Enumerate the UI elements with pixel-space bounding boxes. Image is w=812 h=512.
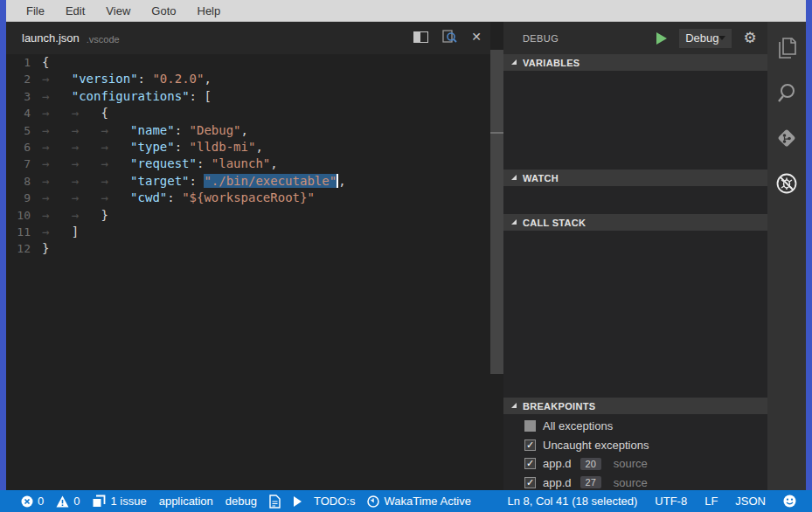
section-breakpoints[interactable]: BREAKPOINTS [503, 398, 767, 414]
activity-search-icon[interactable] [767, 73, 806, 112]
code-line: 4→→{ [6, 105, 490, 121]
todo-status[interactable]: TODO:s [314, 495, 355, 508]
feedback-smiley-icon[interactable] [783, 495, 796, 508]
tab-filename[interactable]: launch.json [22, 31, 80, 45]
activity-explorer-icon[interactable] [767, 29, 806, 67]
section-watch[interactable]: WATCH [503, 170, 767, 186]
run-task-icon[interactable] [293, 496, 302, 507]
start-debug-icon[interactable] [656, 32, 667, 45]
code-token: , [204, 72, 211, 86]
code-token: , [241, 123, 248, 137]
menu-view[interactable]: View [106, 4, 130, 17]
checkbox-checked[interactable]: ✓ [524, 439, 536, 451]
tab-whitespace: → [42, 207, 72, 224]
menu-help[interactable]: Help [198, 4, 221, 17]
code-token: : [175, 123, 190, 137]
editor[interactable]: 1{2→"version": "0.2.0",3→"configurations… [6, 54, 490, 490]
configure-gear-icon[interactable]: ⚙ [743, 29, 756, 47]
section-variables[interactable]: VARIABLES [503, 54, 767, 71]
twisty-icon [511, 59, 517, 65]
eol-indicator[interactable]: LF [704, 495, 718, 508]
activity-debug-icon[interactable] [767, 164, 806, 203]
breakpoint-row[interactable]: All exceptions [503, 417, 767, 435]
code-line: 1{ [6, 54, 490, 71]
code-token: "request" [130, 156, 197, 170]
code-line: 7→→→"request": "launch", [6, 156, 490, 172]
section-call-stack[interactable]: CALL STACK [503, 214, 767, 231]
code-line: 2→"version": "0.2.0", [6, 71, 490, 87]
line-number: 2 [6, 71, 42, 87]
checkbox-unchecked[interactable] [524, 420, 536, 432]
language-mode[interactable]: JSON [735, 495, 766, 508]
line-badge: 20 [580, 458, 601, 470]
debug-panel-title: DEBUG [523, 33, 559, 44]
code-line: 9→→→"cwd": "${workspaceRoot}" [6, 190, 490, 206]
twisty-icon [511, 403, 517, 408]
breakpoint-label: app.d [543, 457, 572, 470]
tab-whitespace: → [42, 88, 72, 105]
debug-sidebar: DEBUG Debug ⚙ VARIABLES WATCH CA [503, 22, 767, 490]
debug-config-value: Debug [685, 31, 718, 45]
tab-whitespace: → [101, 139, 130, 156]
editor-scrollbar[interactable] [490, 50, 503, 374]
issues-icon [92, 495, 106, 509]
code-line: 10→→} [6, 207, 490, 224]
debug-config-select[interactable]: Debug [679, 29, 732, 48]
menu-goto[interactable]: Goto [151, 4, 176, 17]
split-editor-icon[interactable] [413, 31, 428, 43]
line-number: 1 [6, 54, 42, 71]
checkbox-checked[interactable]: ✓ [524, 477, 536, 488]
error-status[interactable]: 0 [21, 495, 44, 508]
breakpoint-row[interactable]: ✓app.d20source [503, 454, 767, 473]
checkbox-checked[interactable]: ✓ [524, 458, 536, 469]
breakpoint-row[interactable]: ✓Uncaught exceptions [503, 436, 767, 454]
changelog-file-icon[interactable] [269, 495, 281, 509]
status-bar: 0 0 1 issue [0, 490, 812, 512]
code-token: "type" [130, 140, 175, 154]
tab-whitespace: → [72, 207, 101, 224]
line-number: 12 [6, 240, 42, 257]
twisty-icon [511, 219, 517, 225]
breakpoint-row[interactable]: ✓app.d27source [503, 474, 767, 492]
tab-whitespace: → [72, 173, 101, 190]
code-token: , [338, 174, 345, 188]
chevron-down-icon [718, 36, 725, 40]
open-preview-icon[interactable] [442, 30, 457, 44]
code-token: : [138, 72, 153, 86]
code-token: "Debug" [190, 123, 241, 137]
tab-whitespace: → [42, 224, 72, 240]
tab-whitespace: → [42, 156, 72, 172]
encoding-indicator[interactable]: UTF-8 [655, 495, 687, 508]
code-token: "name" [130, 123, 175, 137]
menu-file[interactable]: File [26, 4, 45, 17]
wakatime-status[interactable]: WakaTime Active [367, 495, 470, 508]
close-icon[interactable]: ✕ [471, 31, 482, 43]
warning-icon [56, 495, 69, 508]
window-border-right [806, 0, 812, 490]
code-token: { [101, 106, 108, 120]
tab-whitespace: → [42, 139, 72, 156]
twisty-icon [511, 175, 517, 180]
code-token: : [197, 156, 212, 170]
code-token: "version" [72, 72, 138, 86]
tab-whitespace: → [101, 190, 130, 206]
tab-whitespace: → [72, 139, 101, 156]
code-token: "launch" [212, 156, 270, 170]
editor-title-bar: launch.json .vscode ✕ [6, 22, 490, 54]
activity-source-control-icon[interactable] [767, 119, 806, 157]
debug-toolbar: DEBUG Debug ⚙ [503, 22, 767, 54]
task-application[interactable]: application [159, 495, 213, 508]
warning-status[interactable]: 0 [56, 495, 80, 508]
menu-edit[interactable]: Edit [66, 4, 85, 17]
breakpoint-label: app.d [543, 476, 572, 489]
issues-status[interactable]: 1 issue [92, 495, 146, 509]
code-token: , [255, 140, 262, 154]
breakpoint-label: All exceptions [543, 419, 613, 432]
code-token: "0.2.0" [152, 72, 204, 86]
code-token: : [ [190, 89, 212, 103]
code-token: } [101, 208, 108, 222]
cursor-position[interactable]: Ln 8, Col 41 (18 selected) [507, 495, 637, 508]
task-debug[interactable]: debug [226, 495, 257, 508]
line-number: 4 [6, 105, 42, 121]
code-line: 5→→→"name": "Debug", [6, 122, 490, 139]
